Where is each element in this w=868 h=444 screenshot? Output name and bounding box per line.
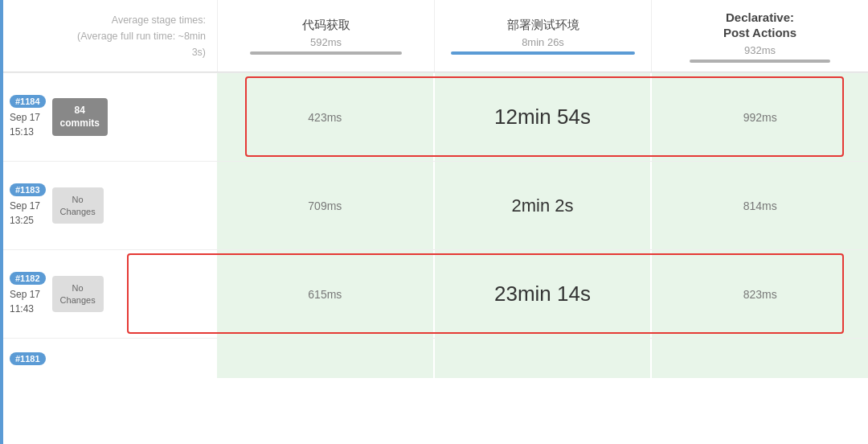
- run-1182-no-changes: NoChanges: [52, 276, 104, 312]
- run-1183-id: #1183: [10, 183, 46, 196]
- col3-label: Declarative:Post Actions: [723, 10, 796, 41]
- column-headers: 代码获取 592ms 部署测试环境 8min 26s Declarative:P…: [217, 0, 868, 72]
- run-1181-cell-3: [652, 339, 868, 378]
- run-1184-datetime: Sep 1715:13: [10, 110, 46, 139]
- col-header-1: 代码获取 592ms: [217, 0, 434, 72]
- col1-bar: [250, 51, 401, 55]
- col1-label: 代码获取: [302, 18, 350, 33]
- run-1181-badge: #1181: [10, 352, 46, 365]
- main-container: Average stage times: (Average full run t…: [0, 0, 868, 444]
- col2-label: 部署测试环境: [507, 18, 579, 33]
- run-1184-badge: #1184 Sep 1715:13: [10, 95, 46, 139]
- col2-bar: [451, 51, 635, 55]
- run-1183-cell-2: 2min 2s: [435, 162, 653, 249]
- run-1182-cell-2: 23min 14s: [435, 250, 653, 338]
- col1-avg: 592ms: [310, 36, 342, 48]
- left-indicator-bar: [0, 0, 3, 444]
- run-row-1181: #1181: [0, 338, 868, 378]
- run-1182-cell-1: 615ms: [217, 250, 435, 338]
- run-1181-cells: [217, 338, 868, 378]
- avg-label: Average stage times:: [77, 12, 206, 28]
- run-1181-info: #1181: [0, 338, 217, 378]
- run-1183-info: #1183 Sep 1713:25 NoChanges: [0, 161, 217, 249]
- col2-avg: 8min 26s: [522, 36, 564, 48]
- run-1182-id: #1182: [10, 272, 46, 285]
- run-1184-info: #1184 Sep 1715:13 84commits: [0, 72, 217, 161]
- run-1181-cell-2: [435, 339, 653, 378]
- avg-suffix: 3s): [77, 44, 206, 60]
- run-1184-cell-2: 12min 54s: [435, 73, 653, 161]
- run-1183-badge: #1183 Sep 1713:25: [10, 183, 46, 228]
- run-1181-id: #1181: [10, 352, 46, 365]
- col3-bar: [690, 60, 830, 63]
- bottom-fade: [0, 396, 868, 444]
- run-1183-cell-1: 709ms: [217, 162, 435, 249]
- run-1182-badge: #1182 Sep 1711:43: [10, 272, 46, 316]
- run-1182-datetime: Sep 1711:43: [10, 287, 46, 316]
- run-1183-datetime: Sep 1713:25: [10, 199, 46, 228]
- run-1181-cell-1: [217, 339, 435, 378]
- run-row-1184: #1184 Sep 1715:13 84commits 423ms 12min …: [0, 72, 868, 161]
- avg-full-label: (Average full run time: ~8min: [77, 28, 206, 44]
- col3-avg: 932ms: [744, 44, 776, 56]
- col-header-3: Declarative:Post Actions 932ms: [651, 0, 868, 72]
- run-1183-cells: 709ms 2min 2s 814ms: [217, 161, 868, 249]
- run-1184-cells: 423ms 12min 54s 992ms: [217, 72, 868, 161]
- run-1183-cell-3: 814ms: [652, 162, 868, 249]
- run-1184-commits: 84commits: [52, 98, 108, 136]
- col-header-2: 部署测试环境 8min 26s: [434, 0, 651, 72]
- avg-header: Average stage times: (Average full run t…: [0, 0, 217, 72]
- run-1184-cell-3: 992ms: [652, 73, 868, 161]
- run-row-1183: #1183 Sep 1713:25 NoChanges 709ms 2min 2…: [0, 161, 868, 249]
- run-1182-cells: 615ms 23min 14s 823ms: [217, 249, 868, 338]
- run-1184-id: #1184: [10, 95, 46, 108]
- run-1182-cell-3: 823ms: [652, 250, 868, 338]
- run-row-1182: #1182 Sep 1711:43 NoChanges 615ms 23min …: [0, 249, 868, 338]
- run-1184-cell-1: 423ms: [217, 73, 435, 161]
- run-1183-no-changes: NoChanges: [52, 187, 104, 224]
- run-1182-info: #1182 Sep 1711:43 NoChanges: [0, 249, 217, 338]
